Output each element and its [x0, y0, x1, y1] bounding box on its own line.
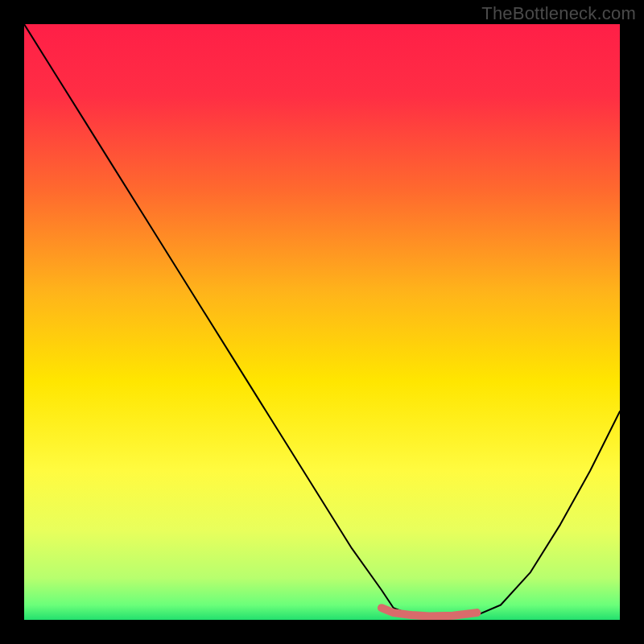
- chart-svg: [24, 24, 620, 620]
- watermark-text: TheBottleneck.com: [481, 3, 636, 24]
- gradient-background: [24, 24, 620, 620]
- plot-area: [24, 24, 620, 620]
- chart-container: TheBottleneck.com: [0, 0, 644, 644]
